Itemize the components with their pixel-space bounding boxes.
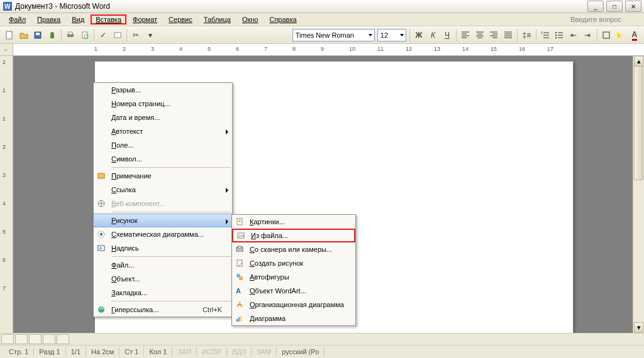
fontsize-combo[interactable]: 12 xyxy=(377,29,406,41)
menu-item-ссылка[interactable]: Ссылка xyxy=(94,183,232,197)
cut-icon[interactable]: ✂ xyxy=(130,28,143,42)
menu-item-дата-и-время[interactable]: Дата и время... xyxy=(94,111,232,124)
menu-item-рисунок[interactable]: Рисунок xyxy=(94,214,232,227)
menu-view[interactable]: Вид xyxy=(67,14,89,24)
research-icon[interactable] xyxy=(111,28,124,42)
svg-rect-36 xyxy=(240,305,243,307)
menu-edit[interactable]: Правка xyxy=(32,14,65,24)
menu-item-надпись[interactable]: AНадпись xyxy=(94,241,232,255)
spell-icon[interactable]: ✓ xyxy=(97,28,110,42)
menu-item-схематическая-диаграмма[interactable]: Схематическая диаграмма... xyxy=(94,227,232,241)
horizontal-scrollbar[interactable] xyxy=(73,335,643,344)
menu-item-закладка[interactable]: Закладка... xyxy=(94,286,232,300)
ruler-tick: 1 xyxy=(94,46,97,52)
preview-icon[interactable] xyxy=(79,28,92,42)
vruler-tick: 5 xyxy=(3,229,6,235)
svg-rect-2 xyxy=(6,31,12,39)
scroll-down-arrow[interactable]: ▾ xyxy=(634,322,643,333)
align-right-icon[interactable] xyxy=(487,28,501,42)
submenu-item-картинки[interactable]: Картинки... xyxy=(232,215,355,229)
note-icon xyxy=(94,169,109,183)
dropdown-arrow-icon[interactable]: ▾ xyxy=(143,28,157,42)
menu-file[interactable]: Файл xyxy=(4,14,31,24)
svg-point-14 xyxy=(555,35,557,36)
view-buttons-bar xyxy=(0,333,644,345)
minimize-button[interactable]: _ xyxy=(587,1,604,12)
submenu-item-объект-wordart[interactable]: AОбъект WordArt... xyxy=(232,284,355,298)
menu-item-номера-страниц[interactable]: Номера страниц... xyxy=(94,97,232,111)
submenu-item-из-файла[interactable]: Из файла... xyxy=(232,229,355,242)
ask-question-box[interactable]: Введите вопрос xyxy=(303,16,640,23)
submenu-item-создать-рисунок[interactable]: Создать рисунок xyxy=(232,256,355,270)
blank-icon xyxy=(94,97,109,111)
permissions-icon[interactable] xyxy=(46,28,59,42)
ruler-tick: 2 xyxy=(123,46,126,52)
menu-item-разрыв[interactable]: Разрыв... xyxy=(94,83,232,97)
submenu-item-диаграмма[interactable]: Диаграмма xyxy=(232,312,355,325)
submenu-item-автофигуры[interactable]: Автофигуры xyxy=(232,270,355,284)
submenu-item-со-сканера-или-камеры[interactable]: Со сканера или камеры... xyxy=(232,242,355,256)
save-icon[interactable] xyxy=(31,28,45,42)
status-pages: 1/1 xyxy=(66,347,86,357)
ruler-corner: ⌐ xyxy=(0,44,13,55)
bold-icon[interactable]: Ж xyxy=(413,28,426,42)
vertical-scrollbar[interactable]: ▴ ▾ xyxy=(633,56,644,333)
open-icon[interactable] xyxy=(18,28,31,42)
ruler-tick: 12 xyxy=(406,46,412,52)
view-reading-icon[interactable] xyxy=(57,334,69,344)
menu-item-файл[interactable]: Файл... xyxy=(94,258,232,272)
numbering-icon[interactable]: 1 xyxy=(539,28,552,42)
vruler-tick: 2 xyxy=(3,144,6,150)
submenu-item-организационная-диаграмма[interactable]: Организационная диаграмма xyxy=(232,298,355,312)
menu-item-объект[interactable]: Объект... xyxy=(94,272,232,286)
font-color-icon[interactable]: A xyxy=(628,28,641,42)
menu-insert[interactable]: Вставка xyxy=(91,14,126,24)
menu-item-символ[interactable]: Символ... xyxy=(94,152,232,166)
align-justify-icon[interactable] xyxy=(502,28,515,42)
svg-text:W: W xyxy=(4,3,11,10)
align-left-icon[interactable] xyxy=(459,28,472,42)
menu-table[interactable]: Таблица xyxy=(199,14,236,24)
menu-item-веб-компонент[interactable]: Веб-компонент... xyxy=(94,197,232,210)
scan-icon xyxy=(232,242,247,256)
align-center-icon[interactable] xyxy=(474,28,487,42)
outdent-icon[interactable]: ⇤ xyxy=(567,28,580,42)
menu-service[interactable]: Сервис xyxy=(164,14,197,24)
vertical-ruler[interactable]: 211234567 xyxy=(0,56,13,333)
new-doc-icon[interactable] xyxy=(3,28,16,42)
view-print-icon[interactable] xyxy=(29,334,42,344)
borders-icon[interactable] xyxy=(600,28,613,42)
font-combo[interactable]: Times New Roman xyxy=(292,29,375,41)
view-web-icon[interactable] xyxy=(15,334,28,344)
horizontal-ruler[interactable]: ⌐ 1234567891011121314151617 xyxy=(0,44,644,56)
ruler-tick: 13 xyxy=(434,46,440,52)
picture-submenu: Картинки...Из файла...Со сканера или кам… xyxy=(231,214,356,326)
underline-icon[interactable]: Ч xyxy=(441,28,454,42)
view-outline-icon[interactable] xyxy=(43,334,55,344)
close-button[interactable]: ✕ xyxy=(625,1,641,12)
bullets-icon[interactable] xyxy=(553,28,566,42)
view-normal-icon[interactable] xyxy=(1,334,14,344)
status-page: Стр. 1 xyxy=(4,347,34,357)
highlight-icon[interactable] xyxy=(614,28,627,42)
menu-window[interactable]: Окно xyxy=(237,14,264,24)
menu-help[interactable]: Справка xyxy=(264,14,301,24)
menu-item-примечание[interactable]: Примечание xyxy=(94,169,232,183)
menu-format[interactable]: Формат xyxy=(128,14,162,24)
menu-item-гиперссылка[interactable]: Гиперссылка...Ctrl+K xyxy=(94,303,232,317)
print-icon[interactable] xyxy=(64,28,77,42)
maximize-button[interactable]: □ xyxy=(606,1,623,12)
indent-icon[interactable]: ⇥ xyxy=(581,28,594,42)
blank-icon xyxy=(94,138,109,152)
menu-item-автотекст[interactable]: Автотекст xyxy=(94,124,232,138)
menu-item-поле[interactable]: Поле... xyxy=(94,138,232,152)
ruler-tick: 4 xyxy=(179,46,182,52)
scroll-thumb[interactable] xyxy=(634,66,643,180)
line-spacing-icon[interactable]: ‡≡ xyxy=(520,28,533,42)
svg-rect-6 xyxy=(50,35,54,38)
ruler-tick: 5 xyxy=(208,46,211,52)
italic-icon[interactable]: К xyxy=(426,28,440,42)
ruler-tick: 6 xyxy=(236,46,239,52)
ruler-tick: 11 xyxy=(377,46,384,52)
scroll-up-arrow[interactable]: ▴ xyxy=(634,56,643,67)
